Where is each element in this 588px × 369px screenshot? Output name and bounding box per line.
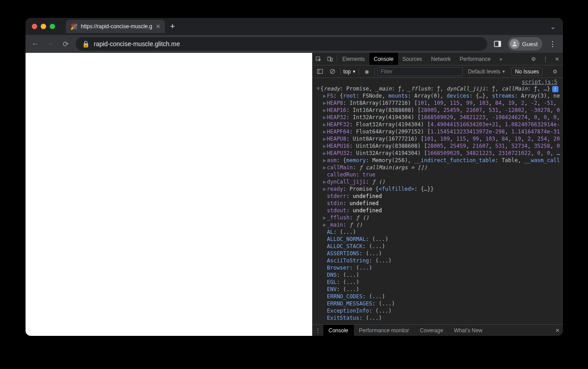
- source-link[interactable]: script.js:5: [316, 79, 560, 85]
- object-property-row[interactable]: ▶FS: {root: FSNode, mounts: Array(0), de…: [316, 92, 560, 99]
- toolbar: ← → ⟳ 🔒 rapid-concise-muscle.glitch.me G…: [26, 35, 563, 53]
- console-output: script.js:5 ▼{ready: Promise, _main: ƒ, …: [313, 78, 563, 324]
- object-property-row[interactable]: ▶_fflush: ƒ (): [316, 214, 560, 221]
- object-property-row[interactable]: ▶dynCall_jiji: ƒ (): [316, 178, 560, 185]
- reload-button[interactable]: ⟳: [60, 40, 71, 48]
- drawer-tab-performance-monitor[interactable]: Performance monitor: [354, 325, 415, 336]
- toggle-sidebar-icon[interactable]: [315, 69, 325, 74]
- profile-button[interactable]: Guest: [508, 37, 542, 51]
- clear-console-icon[interactable]: [328, 69, 338, 74]
- inspect-element-icon[interactable]: [313, 56, 324, 62]
- kebab-menu-icon[interactable]: ⋮: [547, 40, 558, 48]
- lock-icon: 🔒: [82, 40, 90, 47]
- avatar-icon: [510, 39, 519, 49]
- console-toolbar: top▼ ◉ Default levels▼ No Issues ⚙: [313, 65, 563, 78]
- devtools-panel: ElementsConsoleSourcesNetworkPerformance…: [312, 53, 563, 336]
- object-property-row[interactable]: ▶HEAP8: Int8Array(16777216) [101, 109, 1…: [316, 99, 560, 107]
- console-filter[interactable]: [378, 67, 463, 76]
- settings-icon[interactable]: ⚙: [528, 56, 540, 62]
- object-property-row[interactable]: ExceptionInfo: (...): [316, 307, 560, 314]
- device-toolbar-icon[interactable]: [324, 56, 336, 62]
- devtools-tab-network[interactable]: Network: [427, 53, 455, 65]
- object-property-row[interactable]: Browser: (...): [316, 264, 560, 271]
- drawer-tab-console[interactable]: Console: [323, 325, 354, 336]
- devtools-tab-sources[interactable]: Sources: [398, 53, 427, 65]
- object-property-row[interactable]: ERRNO_MESSAGES: (...): [316, 300, 560, 307]
- tabs-dropdown-icon[interactable]: ⌄: [550, 22, 556, 31]
- object-property-row[interactable]: ▶HEAPF32: Float32Array(4194304) [4.49044…: [316, 121, 560, 128]
- devtools-tab-elements[interactable]: Elements: [338, 53, 369, 65]
- svg-rect-6: [318, 69, 322, 74]
- object-property-row[interactable]: ▶HEAPF64: Float64Array(2097152) [1.15454…: [316, 128, 560, 135]
- drawer-close-icon[interactable]: ✕: [552, 327, 563, 334]
- minimize-window-icon[interactable]: [41, 24, 46, 29]
- object-property-row[interactable]: ▶asm: {memory: Memory(256), __indirect_f…: [316, 157, 560, 164]
- info-badge-icon: i: [552, 86, 558, 92]
- more-tabs-icon[interactable]: »: [495, 56, 506, 62]
- object-property-row[interactable]: calledRun: true: [316, 171, 560, 178]
- tab-strip: 🎉 https://rapid-concise-muscle.g ✕ + ⌄: [26, 18, 563, 35]
- console-filter-input[interactable]: [381, 69, 459, 75]
- live-expression-icon[interactable]: ◉: [362, 69, 372, 75]
- omnibox[interactable]: 🔒 rapid-concise-muscle.glitch.me: [76, 37, 487, 51]
- devtools-close-icon[interactable]: ✕: [551, 56, 563, 62]
- devtools-drawer: ⋮ ConsolePerformance monitorCoverageWhat…: [313, 324, 563, 336]
- devtools-tabs: ElementsConsoleSourcesNetworkPerformance…: [313, 53, 563, 65]
- object-property-row[interactable]: ▶HEAP16: Int16Array(8388608) [28005, 254…: [316, 107, 560, 114]
- close-window-icon[interactable]: [32, 24, 37, 29]
- maximize-window-icon[interactable]: [50, 24, 55, 29]
- object-property-row[interactable]: stdin: undefined: [316, 200, 560, 207]
- devtools-tab-performance[interactable]: Performance: [455, 53, 495, 65]
- forward-button[interactable]: →: [45, 40, 56, 48]
- devtools-menu-icon[interactable]: ⋮: [540, 56, 551, 62]
- svg-line-9: [331, 70, 334, 73]
- object-property-row[interactable]: ▶_main: ƒ (): [316, 221, 560, 228]
- browser-tab[interactable]: 🎉 https://rapid-concise-muscle.g ✕: [66, 20, 165, 33]
- object-property-row[interactable]: AL: (...): [316, 228, 560, 236]
- profile-label: Guest: [522, 41, 538, 47]
- drawer-tab-coverage[interactable]: Coverage: [415, 325, 449, 336]
- svg-rect-1: [498, 41, 501, 47]
- object-property-row[interactable]: EGL: (...): [316, 279, 560, 286]
- issues-button[interactable]: No Issues: [511, 68, 543, 76]
- object-property-row[interactable]: ERRNO_CODES: (...): [316, 293, 560, 300]
- object-property-row[interactable]: ExitStatus: (...): [316, 314, 560, 322]
- drawer-tab-what-s-new[interactable]: What's New: [449, 325, 488, 336]
- log-levels-selector[interactable]: Default levels▼: [468, 69, 506, 75]
- console-scroll[interactable]: script.js:5 ▼{ready: Promise, _main: ƒ, …: [313, 78, 560, 324]
- url-text: rapid-concise-muscle.glitch.me: [94, 40, 180, 47]
- back-button[interactable]: ←: [30, 40, 41, 48]
- object-property-row[interactable]: ▶HEAPU32: Uint32Array(4194304) [16685090…: [316, 150, 560, 157]
- tab-favicon: 🎉: [70, 23, 77, 30]
- tab-title: https://rapid-concise-muscle.g: [81, 23, 152, 30]
- tab-close-icon[interactable]: ✕: [156, 23, 160, 30]
- svg-point-2: [513, 42, 515, 44]
- browser-window: 🎉 https://rapid-concise-muscle.g ✕ + ⌄ ←…: [26, 18, 563, 336]
- object-property-row[interactable]: stderr: undefined: [316, 193, 560, 200]
- content-area: ElementsConsoleSourcesNetworkPerformance…: [26, 53, 563, 336]
- object-property-row[interactable]: ▶HEAP32: Int32Array(4194304) [1668509029…: [316, 114, 560, 121]
- object-property-row[interactable]: ▶ready: Promise {<fulfilled>: {…}}: [316, 185, 560, 193]
- object-property-row[interactable]: ALLOC_NORMAL: (...): [316, 236, 560, 243]
- object-property-row[interactable]: ▶HEAPU16: Uint16Array(8388608) [28005, 2…: [316, 142, 560, 150]
- context-selector[interactable]: top▼: [343, 69, 356, 75]
- console-settings-icon[interactable]: ⚙: [550, 69, 560, 75]
- object-summary-row[interactable]: ▼{ready: Promise, _main: ƒ, _fflush: ƒ, …: [316, 85, 560, 92]
- object-property-row[interactable]: ▶HEAPU8: Uint8Array(16777216) [101, 109,…: [316, 135, 560, 142]
- object-property-row[interactable]: ▶callMain: ƒ callMain(args = []): [316, 164, 560, 171]
- object-property-row[interactable]: ALLOC_STACK: (...): [316, 243, 560, 250]
- object-property-row[interactable]: stdout: undefined: [316, 207, 560, 214]
- object-property-row[interactable]: ASSERTIONS: (...): [316, 250, 560, 257]
- page-viewport[interactable]: [26, 53, 312, 336]
- object-property-row[interactable]: ENV: (...): [316, 286, 560, 293]
- new-tab-button[interactable]: +: [170, 22, 175, 31]
- panel-icon[interactable]: [492, 40, 503, 47]
- devtools-tab-console[interactable]: Console: [369, 53, 398, 65]
- drawer-menu-icon[interactable]: ⋮: [313, 327, 323, 334]
- object-property-row[interactable]: DNS: (...): [316, 271, 560, 279]
- object-property-row[interactable]: AsciiToString: (...): [316, 257, 560, 264]
- window-controls: [29, 24, 59, 29]
